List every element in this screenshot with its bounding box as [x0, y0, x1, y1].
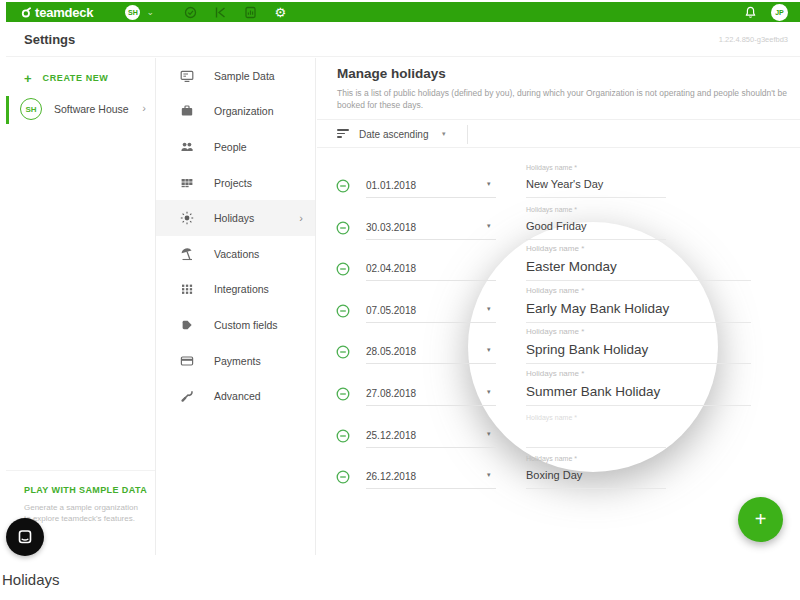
sort-icon: [337, 129, 350, 140]
date-underline: [366, 280, 496, 281]
create-new-button[interactable]: + CREATE NEW: [6, 64, 155, 92]
holiday-name-field[interactable]: Spring Bank Holiday: [526, 342, 648, 357]
sidebar: + CREATE NEW SH Software House › PLAY WI…: [6, 58, 155, 555]
people-icon: [180, 140, 194, 154]
holiday-row: 25.12.2018 ▾ Holidays name *: [317, 416, 800, 458]
sort-dropdown[interactable]: Date ascending: [359, 129, 429, 140]
page-title: Settings: [24, 32, 75, 47]
app-version: 1.22.4.850-g3eefbd3: [719, 35, 788, 44]
name-underline: [526, 447, 666, 448]
nav-label: Organization: [214, 105, 274, 117]
page: teamdeck SH ⌄ ⚙ JP: [0, 0, 800, 600]
holiday-name-field[interactable]: Early May Bank Holiday: [526, 301, 669, 316]
holiday-name-field[interactable]: Boxing Day: [526, 469, 582, 481]
chevron-right-icon: ›: [299, 212, 303, 224]
name-underline: [526, 363, 751, 364]
date-field[interactable]: 27.08.2018: [366, 388, 486, 399]
date-field[interactable]: 02.04.2018: [366, 263, 486, 274]
holiday-name-field[interactable]: Good Friday: [526, 220, 587, 232]
remove-row-button[interactable]: [336, 179, 350, 193]
holiday-row: 07.05.2018 ▾ Holidays name * Early May B…: [317, 291, 800, 333]
org-initials-avatar: SH: [20, 98, 42, 120]
caret-down-icon[interactable]: ▾: [487, 346, 491, 354]
caret-down-icon[interactable]: ▾: [487, 305, 491, 313]
timeline-icon[interactable]: [214, 6, 227, 19]
holiday-name-label: Holidays name *: [526, 455, 577, 462]
nav-item-integrations[interactable]: Integrations: [156, 272, 315, 308]
logo-text: teamdeck: [35, 5, 93, 20]
date-field[interactable]: 01.01.2018: [366, 180, 486, 191]
caret-down-icon[interactable]: ▾: [487, 388, 491, 396]
nav-item-advanced[interactable]: Advanced: [156, 378, 315, 414]
manage-holidays-panel: Manage holidays This is a list of public…: [317, 58, 800, 555]
holiday-list: 01.01.2018 ▾ Holidays name * New Year's …: [317, 148, 800, 499]
org-avatar[interactable]: SH: [125, 5, 140, 20]
settings-gear-icon[interactable]: ⚙: [274, 6, 287, 19]
holiday-name-field[interactable]: Easter Monday: [526, 259, 617, 274]
nav-label: Payments: [214, 355, 261, 367]
bookings-icon[interactable]: [184, 6, 197, 19]
remove-row-button[interactable]: [336, 221, 350, 235]
nav-item-sample-data[interactable]: Sample Data: [156, 58, 315, 94]
nav-label: Advanced: [214, 390, 261, 402]
holiday-row: 01.01.2018 ▾ Holidays name * New Year's …: [317, 166, 800, 208]
nav-item-people[interactable]: People: [156, 129, 315, 165]
caret-down-icon[interactable]: ▾: [487, 180, 491, 188]
chat-widget-button[interactable]: [6, 518, 44, 556]
nav-item-payments[interactable]: Payments: [156, 343, 315, 379]
chevron-down-icon[interactable]: ⌄: [146, 8, 154, 17]
reports-icon[interactable]: [244, 6, 257, 19]
bell-icon[interactable]: [744, 6, 757, 19]
topbar-right: JP: [744, 4, 788, 21]
caret-down-icon[interactable]: ▾: [442, 130, 446, 138]
remove-row-button[interactable]: [336, 304, 350, 318]
nav-item-organization[interactable]: Organization: [156, 94, 315, 130]
date-underline: [366, 197, 496, 198]
nav-label: Vacations: [214, 248, 259, 260]
nav-item-custom-fields[interactable]: Custom fields: [156, 307, 315, 343]
tag-icon: [180, 318, 194, 332]
holiday-name-field[interactable]: New Year's Day: [526, 178, 603, 190]
nav-item-vacations[interactable]: Vacations: [156, 236, 315, 272]
sample-data-title[interactable]: PLAY WITH SAMPLE DATA: [24, 485, 147, 495]
sidebar-item-organization[interactable]: SH Software House ›: [6, 94, 155, 126]
remove-row-button[interactable]: [336, 429, 350, 443]
teamdeck-logo[interactable]: teamdeck: [20, 5, 93, 20]
remove-row-button[interactable]: [336, 470, 350, 484]
umbrella-icon: [180, 247, 194, 261]
date-field[interactable]: 25.12.2018: [366, 430, 486, 441]
chevron-right-icon: ›: [142, 102, 146, 114]
date-field[interactable]: 28.05.2018: [366, 346, 486, 357]
holiday-name-label: Holidays name *: [526, 244, 584, 253]
holiday-row: 28.05.2018 ▾ Holidays name * Spring Bank…: [317, 332, 800, 374]
remove-row-button[interactable]: [336, 262, 350, 276]
name-underline: [526, 197, 666, 198]
holiday-name-field[interactable]: Summer Bank Holiday: [526, 384, 660, 399]
date-underline: [366, 239, 496, 240]
active-indicator: [6, 96, 9, 124]
nav-label: Custom fields: [214, 319, 278, 331]
caret-down-icon[interactable]: ▾: [487, 222, 491, 230]
holiday-name-label: Holidays name *: [526, 164, 577, 171]
holiday-name-label: Holidays name *: [526, 369, 584, 378]
nav-label: Integrations: [214, 283, 269, 295]
remove-row-button[interactable]: [336, 387, 350, 401]
caret-down-icon[interactable]: ▾: [487, 471, 491, 479]
date-field[interactable]: 26.12.2018: [366, 471, 486, 482]
add-holiday-button[interactable]: +: [738, 497, 783, 542]
date-field[interactable]: 30.03.2018: [366, 222, 486, 233]
teamdeck-app: teamdeck SH ⌄ ⚙ JP: [6, 2, 800, 555]
section-title: Manage holidays: [337, 66, 446, 81]
caret-down-icon[interactable]: ▾: [487, 430, 491, 438]
remove-row-button[interactable]: [336, 345, 350, 359]
date-field[interactable]: 07.05.2018: [366, 305, 486, 316]
name-underline: [526, 488, 666, 489]
nav-item-holidays[interactable]: Holidays ›: [156, 200, 315, 236]
nav-item-projects[interactable]: Projects: [156, 165, 315, 201]
user-avatar[interactable]: JP: [771, 4, 788, 21]
nav-label: Holidays: [214, 212, 254, 224]
date-underline: [366, 363, 496, 364]
divider: [467, 125, 468, 144]
holiday-row: 02.04.2018 ▾ Holidays name * Easter Mond…: [317, 249, 800, 291]
wrench-icon: [180, 389, 194, 403]
